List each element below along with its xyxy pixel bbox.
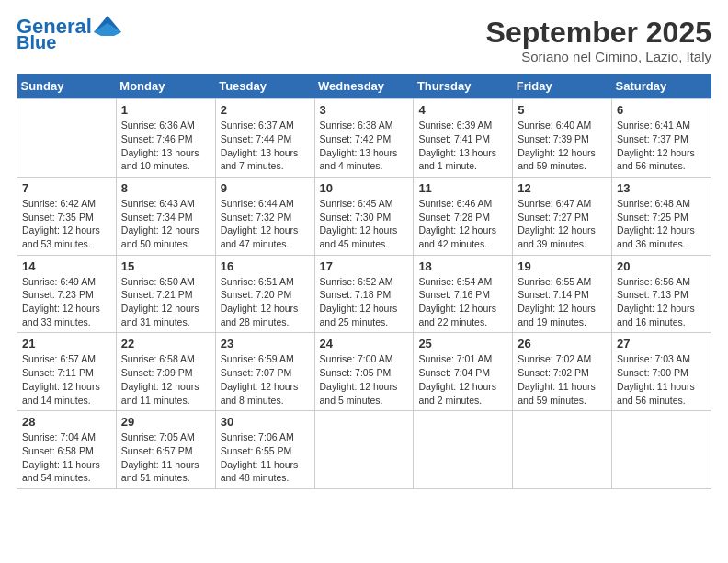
week-row-3: 14Sunrise: 6:49 AMSunset: 7:23 PMDayligh…: [17, 255, 711, 333]
logo-blue-text: Blue: [17, 33, 56, 52]
week-row-2: 7Sunrise: 6:42 AMSunset: 7:35 PMDaylight…: [17, 177, 711, 255]
cell-info: Sunrise: 6:37 AMSunset: 7:44 PMDaylight:…: [221, 119, 310, 173]
calendar-cell: 24Sunrise: 7:00 AMSunset: 7:05 PMDayligh…: [314, 333, 414, 411]
header-sunday: Sunday: [17, 74, 117, 99]
cell-info: Sunrise: 7:00 AMSunset: 7:05 PMDaylight:…: [320, 352, 409, 407]
calendar-cell: 14Sunrise: 6:49 AMSunset: 7:23 PMDayligh…: [17, 255, 117, 333]
cell-info: Sunrise: 6:59 AMSunset: 7:07 PMDaylight:…: [221, 352, 310, 407]
day-number: 2: [221, 103, 310, 117]
cell-info: Sunrise: 6:42 AMSunset: 7:35 PMDaylight:…: [22, 197, 111, 251]
day-number: 5: [518, 103, 607, 117]
header-saturday: Saturday: [612, 74, 711, 99]
calendar-cell: 12Sunrise: 6:47 AMSunset: 7:27 PMDayligh…: [513, 177, 612, 255]
calendar-cell: 20Sunrise: 6:56 AMSunset: 7:13 PMDayligh…: [612, 255, 711, 333]
calendar-cell: 8Sunrise: 6:43 AMSunset: 7:34 PMDaylight…: [116, 177, 215, 255]
calendar-cell: 4Sunrise: 6:39 AMSunset: 7:41 PMDaylight…: [414, 99, 513, 178]
month-title: September 2025: [486, 17, 711, 49]
day-number: 30: [221, 415, 310, 429]
day-number: 1: [121, 103, 210, 117]
calendar-cell: 30Sunrise: 7:06 AMSunset: 6:55 PMDayligh…: [215, 411, 314, 489]
cell-info: Sunrise: 7:01 AMSunset: 7:04 PMDaylight:…: [418, 352, 507, 407]
cell-info: Sunrise: 7:03 AMSunset: 7:00 PMDaylight:…: [617, 352, 706, 407]
day-number: 4: [418, 103, 507, 117]
cell-info: Sunrise: 6:54 AMSunset: 7:16 PMDaylight:…: [418, 275, 507, 329]
calendar-cell: [314, 411, 414, 489]
calendar-cell: 2Sunrise: 6:37 AMSunset: 7:44 PMDaylight…: [215, 99, 314, 178]
cell-info: Sunrise: 7:06 AMSunset: 6:55 PMDaylight:…: [221, 431, 310, 485]
day-number: 28: [22, 415, 111, 429]
cell-info: Sunrise: 6:46 AMSunset: 7:28 PMDaylight:…: [418, 197, 507, 251]
cell-info: Sunrise: 6:52 AMSunset: 7:18 PMDaylight:…: [320, 275, 409, 329]
cell-info: Sunrise: 6:57 AMSunset: 7:11 PMDaylight:…: [22, 352, 111, 407]
calendar-cell: 29Sunrise: 7:05 AMSunset: 6:57 PMDayligh…: [116, 411, 215, 489]
day-number: 3: [320, 103, 409, 117]
day-number: 26: [518, 337, 607, 350]
calendar-cell: 23Sunrise: 6:59 AMSunset: 7:07 PMDayligh…: [215, 333, 314, 411]
calendar-cell: 5Sunrise: 6:40 AMSunset: 7:39 PMDaylight…: [513, 99, 612, 178]
title-block: September 2025 Soriano nel Cimino, Lazio…: [486, 17, 711, 64]
cell-info: Sunrise: 6:47 AMSunset: 7:27 PMDaylight:…: [518, 197, 607, 251]
calendar-cell: 6Sunrise: 6:41 AMSunset: 7:37 PMDaylight…: [612, 99, 711, 178]
week-row-5: 28Sunrise: 7:04 AMSunset: 6:58 PMDayligh…: [17, 411, 711, 489]
calendar-cell: [17, 99, 117, 178]
cell-info: Sunrise: 6:55 AMSunset: 7:14 PMDaylight:…: [518, 275, 607, 329]
cell-info: Sunrise: 6:39 AMSunset: 7:41 PMDaylight:…: [418, 119, 507, 173]
calendar-cell: 17Sunrise: 6:52 AMSunset: 7:18 PMDayligh…: [314, 255, 414, 333]
calendar-header-row: SundayMondayTuesdayWednesdayThursdayFrid…: [17, 74, 711, 99]
day-number: 7: [22, 181, 111, 195]
cell-info: Sunrise: 6:40 AMSunset: 7:39 PMDaylight:…: [518, 119, 607, 173]
cell-info: Sunrise: 7:05 AMSunset: 6:57 PMDaylight:…: [121, 431, 210, 485]
cell-info: Sunrise: 7:04 AMSunset: 6:58 PMDaylight:…: [22, 431, 111, 485]
day-number: 27: [617, 337, 706, 350]
cell-info: Sunrise: 6:56 AMSunset: 7:13 PMDaylight:…: [617, 275, 706, 329]
header-monday: Monday: [116, 74, 215, 99]
cell-info: Sunrise: 6:49 AMSunset: 7:23 PMDaylight:…: [22, 275, 111, 329]
header-tuesday: Tuesday: [215, 74, 314, 99]
calendar-cell: 16Sunrise: 6:51 AMSunset: 7:20 PMDayligh…: [215, 255, 314, 333]
calendar-cell: 26Sunrise: 7:02 AMSunset: 7:02 PMDayligh…: [513, 333, 612, 411]
calendar-cell: 9Sunrise: 6:44 AMSunset: 7:32 PMDaylight…: [215, 177, 314, 255]
calendar-cell: [612, 411, 711, 489]
cell-info: Sunrise: 6:44 AMSunset: 7:32 PMDaylight:…: [221, 197, 310, 251]
day-number: 18: [418, 259, 507, 273]
logo: General Blue: [17, 17, 121, 52]
cell-info: Sunrise: 6:36 AMSunset: 7:46 PMDaylight:…: [121, 119, 210, 173]
day-number: 23: [221, 337, 310, 350]
calendar-cell: 25Sunrise: 7:01 AMSunset: 7:04 PMDayligh…: [414, 333, 513, 411]
day-number: 6: [617, 103, 706, 117]
calendar-cell: 22Sunrise: 6:58 AMSunset: 7:09 PMDayligh…: [116, 333, 215, 411]
day-number: 10: [320, 181, 409, 195]
calendar-cell: [513, 411, 612, 489]
calendar-cell: 13Sunrise: 6:48 AMSunset: 7:25 PMDayligh…: [612, 177, 711, 255]
day-number: 9: [221, 181, 310, 195]
calendar-cell: 7Sunrise: 6:42 AMSunset: 7:35 PMDaylight…: [17, 177, 117, 255]
calendar-cell: 21Sunrise: 6:57 AMSunset: 7:11 PMDayligh…: [17, 333, 117, 411]
calendar-table: SundayMondayTuesdayWednesdayThursdayFrid…: [17, 74, 711, 489]
calendar-cell: 15Sunrise: 6:50 AMSunset: 7:21 PMDayligh…: [116, 255, 215, 333]
calendar-cell: 11Sunrise: 6:46 AMSunset: 7:28 PMDayligh…: [414, 177, 513, 255]
calendar-cell: 10Sunrise: 6:45 AMSunset: 7:30 PMDayligh…: [314, 177, 414, 255]
day-number: 8: [121, 181, 210, 195]
week-row-1: 1Sunrise: 6:36 AMSunset: 7:46 PMDaylight…: [17, 99, 711, 178]
cell-info: Sunrise: 6:38 AMSunset: 7:42 PMDaylight:…: [320, 119, 409, 173]
cell-info: Sunrise: 6:50 AMSunset: 7:21 PMDaylight:…: [121, 275, 210, 329]
calendar-cell: 19Sunrise: 6:55 AMSunset: 7:14 PMDayligh…: [513, 255, 612, 333]
svg-marker-1: [94, 23, 121, 36]
cell-info: Sunrise: 6:58 AMSunset: 7:09 PMDaylight:…: [121, 352, 210, 407]
calendar-cell: 27Sunrise: 7:03 AMSunset: 7:00 PMDayligh…: [612, 333, 711, 411]
cell-info: Sunrise: 6:45 AMSunset: 7:30 PMDaylight:…: [320, 197, 409, 251]
day-number: 14: [22, 259, 111, 273]
day-number: 17: [320, 259, 409, 273]
cell-info: Sunrise: 6:48 AMSunset: 7:25 PMDaylight:…: [617, 197, 706, 251]
day-number: 13: [617, 181, 706, 195]
cell-info: Sunrise: 6:43 AMSunset: 7:34 PMDaylight:…: [121, 197, 210, 251]
page-header: General Blue September 2025 Soriano nel …: [17, 17, 711, 64]
cell-info: Sunrise: 6:51 AMSunset: 7:20 PMDaylight:…: [221, 275, 310, 329]
day-number: 22: [121, 337, 210, 350]
day-number: 25: [418, 337, 507, 350]
calendar-cell: 3Sunrise: 6:38 AMSunset: 7:42 PMDaylight…: [314, 99, 414, 178]
cell-info: Sunrise: 7:02 AMSunset: 7:02 PMDaylight:…: [518, 352, 607, 407]
day-number: 20: [617, 259, 706, 273]
day-number: 19: [518, 259, 607, 273]
day-number: 12: [518, 181, 607, 195]
